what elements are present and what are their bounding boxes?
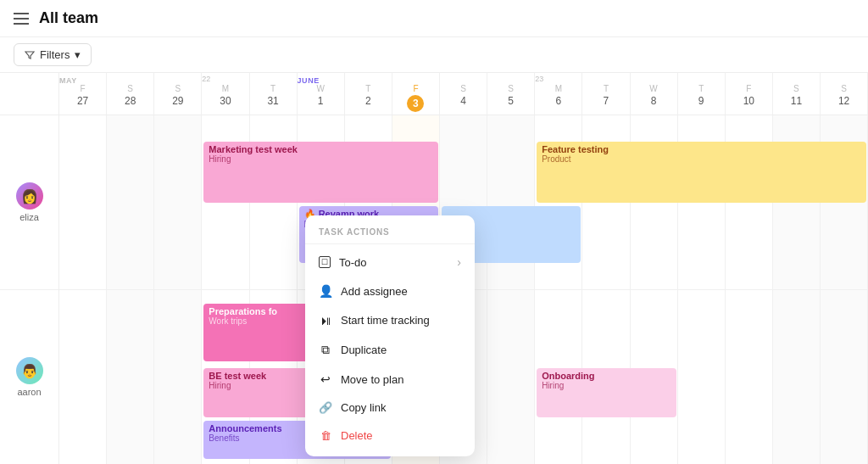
grid-cell-1-s29 — [154, 290, 202, 464]
col-header-s29: S29 — [154, 73, 202, 115]
col-header-s4: S4 — [440, 73, 487, 115]
chevron-down-icon: ▾ — [75, 48, 81, 61]
copy-link-icon: 🔗 — [319, 401, 332, 414]
grid-cell-1-f27 — [59, 290, 107, 464]
duplicate-icon: ⧉ — [319, 343, 332, 357]
context-menu-item-duplicate[interactable]: ⧉Duplicate — [305, 335, 475, 365]
event-0-0[interactable]: Marketing test weekHiring — [203, 142, 438, 203]
context-menu-item-todo[interactable]: ☐To-do› — [305, 248, 475, 277]
week-number-22: 22 — [202, 75, 210, 83]
col-header-w8: W8 — [631, 73, 678, 115]
column-headers-row: MAYJUNEF27S28S29M30T31W1T2F3S4S5M6T7W8T9… — [0, 73, 868, 115]
filters-button[interactable]: Filters ▾ — [14, 43, 92, 66]
event-1-2[interactable]: OnboardingHiring — [537, 368, 676, 416]
col-header-f10: F10 — [726, 73, 773, 115]
delete-icon: 🗑 — [319, 429, 332, 442]
menu-button[interactable] — [14, 13, 29, 25]
user-name-aaron: aaron — [17, 387, 41, 397]
start-time-icon: ⏯ — [319, 313, 332, 327]
move-to-plan-icon: ↩ — [319, 372, 332, 386]
grid-cell-1-s12 — [821, 290, 868, 464]
page-title: All team — [39, 9, 98, 27]
event-title: Feature testing — [542, 144, 861, 154]
context-menu-item-add-assignee[interactable]: 👤Add assignee — [305, 277, 475, 305]
move-to-plan-label: Move to plan — [341, 373, 461, 386]
col-header-f27: F27 — [59, 73, 107, 115]
col-header-t9: T9 — [678, 73, 726, 115]
event-0-2[interactable]: Feature testingProduct — [537, 142, 866, 203]
col-header-s5: S5 — [487, 73, 535, 115]
context-menu-header: TASK ACTIONS — [305, 222, 475, 244]
submenu-arrow-icon: › — [457, 255, 461, 269]
context-menu-item-copy-link[interactable]: 🔗Copy link — [305, 394, 475, 422]
grid-cell-1-s5 — [487, 290, 535, 464]
copy-link-label: Copy link — [341, 401, 461, 414]
calendar: MAYJUNEF27S28S29M30T31W1T2F3S4S5M6T7W8T9… — [0, 73, 868, 464]
duplicate-label: Duplicate — [341, 344, 461, 356]
grid-cell-1-s28 — [107, 290, 154, 464]
col-header-t31: T31 — [250, 73, 298, 115]
row-labels: 👩 eliza 👨 aaron — [0, 115, 59, 464]
column-headers: MAYJUNEF27S28S29M30T31W1T2F3S4S5M6T7W8T9… — [59, 73, 868, 115]
add-assignee-label: Add assignee — [341, 285, 461, 298]
avatar-eliza: 👩 — [16, 182, 43, 210]
context-menu: TASK ACTIONS ☐To-do›👤Add assignee⏯Start … — [305, 215, 475, 456]
row-label-eliza: 👩 eliza — [0, 115, 58, 290]
grid-cell-0-f27 — [59, 115, 107, 289]
col-header-t2: T2 — [345, 73, 392, 115]
col-header-s11: S11 — [773, 73, 821, 115]
add-assignee-icon: 👤 — [319, 284, 332, 298]
col-header-w1: W1 — [298, 73, 345, 115]
event-title: Marketing test week — [209, 144, 433, 154]
event-sub: Hiring — [542, 381, 670, 390]
col-header-s28: S28 — [107, 73, 154, 115]
col-header-f3: F3 — [392, 73, 440, 115]
app-header: All team — [0, 0, 868, 37]
filter-icon — [25, 50, 35, 60]
label-spacer — [0, 73, 59, 115]
grid-cell-0-s29 — [154, 115, 202, 289]
delete-label: Delete — [341, 429, 461, 442]
col-header-t7: T7 — [582, 73, 630, 115]
grid-cell-1-s11 — [773, 290, 821, 464]
event-sub: Hiring — [209, 154, 433, 164]
grid-cell-1-t9 — [678, 290, 726, 464]
context-menu-item-start-time[interactable]: ⏯Start time tracking — [305, 305, 475, 335]
context-menu-item-delete[interactable]: 🗑Delete — [305, 422, 475, 450]
avatar-aaron: 👨 — [16, 357, 43, 384]
grid-cell-0-s5 — [487, 115, 535, 289]
event-sub: Product — [542, 154, 861, 164]
filters-bar: Filters ▾ — [0, 37, 868, 73]
grid-cell-0-s28 — [107, 115, 154, 289]
context-menu-items: ☐To-do›👤Add assignee⏯Start time tracking… — [305, 248, 475, 450]
grid-cell-1-f10 — [726, 290, 773, 464]
context-menu-item-move-to-plan[interactable]: ↩Move to plan — [305, 365, 475, 394]
todo-label: To-do — [339, 256, 448, 269]
col-header-s12: S12 — [821, 73, 868, 115]
week-number-23: 23 — [535, 75, 543, 83]
user-name-eliza: eliza — [19, 212, 39, 222]
row-label-aaron: 👨 aaron — [0, 290, 58, 464]
todo-icon: ☐ — [319, 256, 331, 268]
start-time-label: Start time tracking — [341, 314, 461, 327]
event-title: Onboarding — [542, 371, 670, 381]
